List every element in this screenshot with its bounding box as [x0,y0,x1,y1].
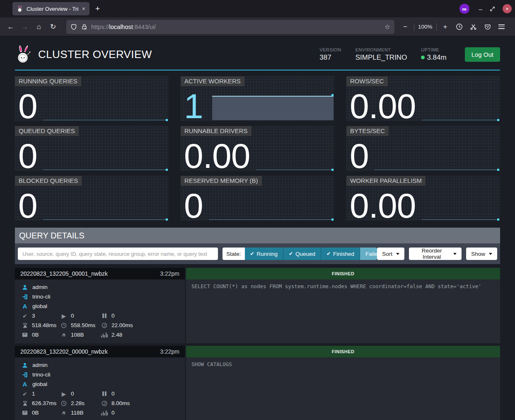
url-host: localhost [109,24,133,30]
check-icon: ✔ [326,251,331,257]
sign-in-icon [22,294,28,300]
query-row-header: 20220823_132205_00001_nwbzk 3:22pm FINIS… [15,268,500,279]
version-stat: VERSION 387 [319,47,341,62]
menu-hamburger-icon[interactable] [495,21,508,33]
zoom-out-button[interactable]: − [399,21,412,33]
url-text[interactable]: https://localhost:8443/ui/ [91,24,381,30]
zoom-level[interactable]: 100% [416,24,434,30]
query-id-link[interactable]: 20220823_132205_00001_nwbzk [20,270,108,277]
user-icon [22,284,28,290]
stat-card-worker-parallelism: WORKER PARALLELISM 0.00 [346,176,500,221]
running-splits: 0 [71,313,74,319]
stat-card-bytes-sec: BYTES/SEC 0 [346,126,500,171]
completed-splits-icon: ✔ [22,391,28,397]
sort-dropdown[interactable]: Sort [377,248,404,260]
query-resource-group: global [32,303,47,309]
sparkline-chart [209,186,334,220]
tracking-shield-icon[interactable] [70,24,77,30]
bookmark-star-icon[interactable]: ☆ [384,23,390,31]
stat-value: 0 [350,142,369,170]
stat-value: 0 [184,192,203,220]
trino-page: CLUSTER OVERVIEW VERSION 387 ENVIRONMENT… [0,36,515,420]
cumulative-memory: 108B [71,332,84,338]
logout-button[interactable]: Log Out [465,47,500,62]
stat-label: ACTIVE WORKERS [181,76,244,86]
stat-card-queued-queries: QUEUED QUERIES 0 [15,126,169,171]
zoom-in-button[interactable]: + [439,21,452,33]
url-bar[interactable]: https://localhost:8443/ui/ ☆ [66,20,394,34]
wall-time-hourglass-icon [22,401,28,406]
pocket-icon[interactable] [481,21,494,33]
sparkline-chart [422,186,500,220]
execution-time: 8.00ms [111,400,130,406]
state-filter-failed-dropdown[interactable]: Failed [360,248,377,260]
back-button[interactable]: ← [4,21,17,33]
cpu-time-clock-icon [60,323,67,328]
browser-tab[interactable]: Cluster Overview - Trino × [12,2,89,15]
query-status-bar: FINISHED [186,268,500,279]
window-close-button[interactable]: × [503,4,512,13]
sparkline-chart [422,86,500,120]
private-browsing-icon: ∞ [459,4,469,14]
completed-splits: 1 [32,391,35,397]
reorder-interval-dropdown[interactable]: Reorder Interval [409,248,462,260]
sparkline-chart [43,186,168,220]
parallelism: 2.48 [111,332,122,338]
environment-value: SIMPLE_TRINO [355,53,407,62]
state-filter-running[interactable]: ✔ Running [245,248,283,260]
running-splits-icon: ▶ [60,313,67,319]
query-user: admin [32,284,48,290]
sparkline-chart [256,136,334,170]
queued-splits-icon [101,391,108,396]
tab-title: Cluster Overview - Trino [27,6,79,12]
parallelism: 0 [111,410,115,416]
uptime-label: UPTIME [421,47,446,52]
stat-card-runnable-drivers: RUNNABLE DRIVERS 0.00 [181,126,334,171]
current-memory-scale-icon [22,410,28,415]
query-user: admin [32,362,48,368]
new-tab-button[interactable]: + [89,4,106,13]
show-label: Show [471,251,485,257]
window-minimize-button[interactable]: – [479,5,482,12]
reorder-interval-label: Reorder Interval [414,248,450,260]
current-memory: 0B [32,332,39,338]
stat-label: RUNNING QUERIES [15,76,81,86]
query-id-link[interactable]: 20220823_132202_00000_nwbzk [20,348,108,355]
state-filter-text: Queued [295,251,315,257]
chevron-down-icon [453,253,457,255]
running-splits: 0 [71,391,74,397]
lock-warning-icon[interactable] [81,24,87,30]
sparkline-chart [43,86,168,120]
state-filter-finished[interactable]: ✔ Finished [321,248,360,260]
current-memory-scale-icon [22,332,28,337]
stat-value: 0 [18,192,37,220]
query-time: 3:22pm [160,270,179,277]
history-clock-icon[interactable] [453,21,466,33]
show-dropdown[interactable]: Show [466,248,497,260]
url-protocol: https:// [91,24,109,30]
query-text[interactable]: SHOW CATALOGS [186,357,500,420]
version-value: 387 [319,53,341,62]
wall-time: 626.37ms [32,400,56,406]
current-memory: 0B [32,410,39,416]
tab-close-icon[interactable]: × [82,5,85,12]
uptime-status-dot [421,56,425,59]
stat-card-active-workers: ACTIVE WORKERS 1 [181,76,334,121]
window-restore-button[interactable] [490,6,495,12]
query-search-input[interactable] [18,248,218,260]
screenshot-scissors-icon[interactable] [467,21,480,33]
environment-stat: ENVIRONMENT SIMPLE_TRINO [355,47,407,62]
sparkline-chart [209,86,334,120]
state-filter-queued[interactable]: ✔ Queued [283,248,321,260]
cluster-header: CLUSTER OVERVIEW VERSION 387 ENVIRONMENT… [15,36,500,70]
url-path: :8443/ui/ [133,24,156,30]
user-icon [22,362,28,368]
stat-label: QUEUED QUERIES [15,126,79,136]
stat-card-reserved-memory: RESERVED MEMORY (B) 0 [181,176,334,221]
cumulative-memory-fire-icon [60,410,67,416]
query-text[interactable]: SELECT COUNT(*) as nodes FROM system.run… [186,279,500,343]
query-row-body: admin trino-cli A global ✔ 1 ▶ 0 0 626.3… [15,357,500,420]
home-button[interactable]: ⌂ [32,21,46,33]
stat-label: RESERVED MEMORY (B) [181,176,262,186]
reload-button[interactable]: ↻ [46,21,60,33]
